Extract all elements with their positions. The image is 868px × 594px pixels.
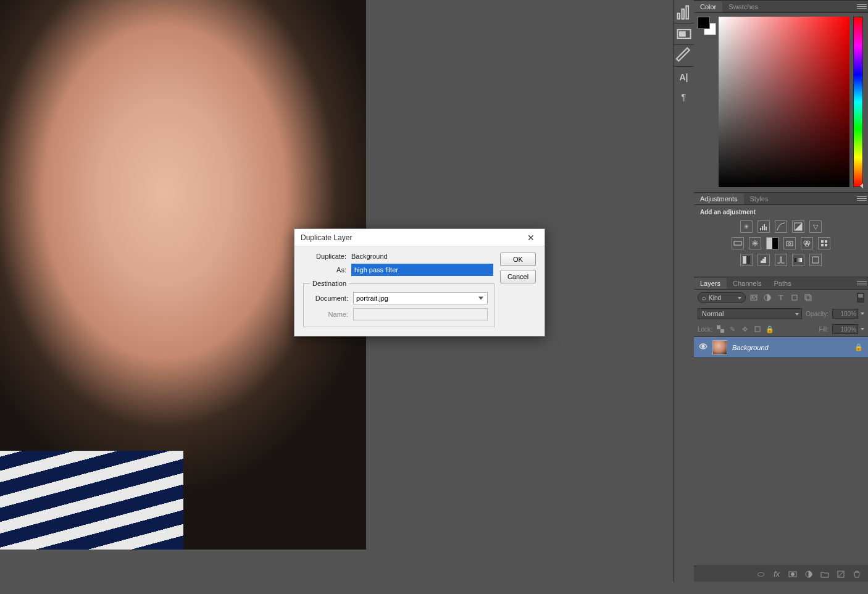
- lock-artboard-icon[interactable]: [753, 325, 762, 333]
- filter-type-icon[interactable]: T: [775, 292, 787, 303]
- posterize-icon[interactable]: [757, 254, 770, 266]
- panel-menu-icon[interactable]: [857, 194, 867, 203]
- gradient-map-icon[interactable]: [792, 254, 804, 266]
- svg-rect-8: [766, 227, 767, 230]
- channel-mixer-icon[interactable]: [801, 237, 813, 249]
- color-lookup-icon[interactable]: [818, 237, 830, 249]
- filter-kind-select[interactable]: Kind: [698, 292, 746, 303]
- paragraph-icon[interactable]: ¶: [675, 88, 693, 105]
- layer-effects-icon[interactable]: fx: [772, 569, 782, 579]
- levels-icon[interactable]: [757, 220, 770, 233]
- svg-rect-31: [805, 295, 810, 299]
- svg-rect-37: [755, 327, 760, 332]
- brush-settings-icon[interactable]: [675, 47, 693, 64]
- svg-rect-4: [680, 32, 685, 36]
- svg-point-40: [791, 572, 795, 575]
- new-group-icon[interactable]: [820, 569, 830, 579]
- fill-input[interactable]: 100%: [832, 324, 858, 334]
- visibility-icon[interactable]: [699, 342, 707, 353]
- cancel-button[interactable]: Cancel: [500, 270, 536, 283]
- filter-adjustment-icon[interactable]: [762, 292, 773, 303]
- svg-rect-27: [751, 295, 757, 300]
- delete-layer-icon[interactable]: [852, 569, 862, 579]
- layer-item[interactable]: Background 🔒: [694, 337, 868, 358]
- filter-toggle[interactable]: [857, 293, 864, 303]
- tab-paths[interactable]: Paths: [768, 278, 798, 289]
- brightness-contrast-icon[interactable]: ☀: [740, 220, 753, 233]
- blend-mode-select[interactable]: Normal: [698, 308, 802, 319]
- link-layers-icon[interactable]: ⬭: [756, 569, 766, 579]
- invert-icon[interactable]: [740, 254, 753, 266]
- layer-thumbnail[interactable]: [712, 340, 727, 355]
- tab-styles[interactable]: Styles: [744, 193, 775, 204]
- color-balance-icon[interactable]: [749, 237, 761, 249]
- lock-icon: 🔒: [854, 343, 863, 351]
- lock-position-icon[interactable]: ✥: [741, 325, 749, 333]
- svg-rect-21: [746, 256, 750, 264]
- lock-transparency-icon[interactable]: [716, 325, 725, 333]
- svg-rect-35: [720, 325, 724, 329]
- svg-rect-26: [812, 257, 819, 263]
- curves-icon[interactable]: [775, 220, 787, 233]
- color-field[interactable]: [719, 17, 849, 187]
- document-label: Document:: [310, 295, 348, 302]
- tab-adjustments[interactable]: Adjustments: [694, 193, 744, 204]
- close-icon[interactable]: ✕: [524, 230, 538, 245]
- svg-rect-16: [821, 240, 824, 243]
- svg-rect-30: [792, 295, 797, 300]
- panel-menu-icon[interactable]: [857, 278, 867, 287]
- panel-menu-icon[interactable]: [857, 2, 867, 10]
- layer-mask-icon[interactable]: [788, 569, 798, 579]
- svg-rect-7: [764, 224, 765, 230]
- layer-name[interactable]: Background: [732, 344, 849, 351]
- layer-list: Background 🔒: [694, 337, 868, 566]
- selective-color-icon[interactable]: [809, 254, 822, 266]
- lock-all-icon[interactable]: 🔒: [766, 325, 774, 333]
- document-select[interactable]: portrait.jpg: [353, 292, 488, 304]
- tab-layers[interactable]: Layers: [694, 278, 727, 289]
- layers-panel: Layers Channels Paths Kind T Normal Opa: [694, 277, 868, 582]
- svg-rect-32: [806, 296, 811, 301]
- opacity-input[interactable]: 100%: [832, 309, 858, 319]
- photo-filter-icon[interactable]: [783, 237, 796, 249]
- histogram-icon[interactable]: [675, 4, 693, 21]
- foreground-background-swatch[interactable]: [698, 17, 715, 187]
- dialog-titlebar[interactable]: Duplicate Layer ✕: [294, 229, 545, 246]
- exposure-icon[interactable]: [792, 220, 804, 233]
- svg-rect-33: [717, 325, 720, 329]
- as-input[interactable]: [351, 264, 493, 276]
- filter-smartobject-icon[interactable]: [803, 292, 814, 303]
- adjustment-layer-icon[interactable]: [804, 569, 814, 579]
- destination-fieldset: Destination Document: portrait.jpg Name:: [303, 280, 495, 327]
- svg-rect-20: [743, 256, 746, 264]
- lock-label: Lock:: [698, 326, 712, 333]
- new-layer-icon[interactable]: [836, 569, 846, 579]
- as-label: As:: [303, 266, 346, 274]
- opacity-label: Opacity:: [806, 311, 828, 317]
- lock-image-icon[interactable]: ✎: [728, 325, 737, 333]
- name-label: Name:: [310, 311, 348, 318]
- svg-rect-10: [734, 241, 741, 245]
- filter-shape-icon[interactable]: [789, 292, 800, 303]
- name-input: [353, 308, 488, 320]
- svg-rect-5: [760, 228, 761, 230]
- duplicate-label: Duplicate:: [303, 253, 346, 260]
- threshold-icon[interactable]: [775, 254, 787, 266]
- vibrance-icon[interactable]: ▽: [809, 220, 822, 233]
- filter-pixel-icon[interactable]: [748, 292, 759, 303]
- color-panel: Color Swatches: [694, 0, 868, 192]
- svg-rect-34: [720, 329, 724, 333]
- foreground-color[interactable]: [698, 17, 710, 29]
- navigator-icon[interactable]: [675, 25, 693, 43]
- character-icon[interactable]: A|: [675, 69, 693, 86]
- svg-rect-2: [686, 6, 688, 19]
- dialog-title: Duplicate Layer: [301, 233, 524, 242]
- hue-slider[interactable]: [853, 17, 863, 187]
- tab-channels[interactable]: Channels: [727, 278, 767, 289]
- black-white-icon[interactable]: [766, 237, 778, 249]
- tab-swatches[interactable]: Swatches: [722, 1, 764, 12]
- hue-saturation-icon[interactable]: [732, 237, 744, 249]
- tab-color[interactable]: Color: [694, 1, 722, 12]
- svg-rect-1: [682, 9, 684, 19]
- ok-button[interactable]: OK: [500, 253, 536, 266]
